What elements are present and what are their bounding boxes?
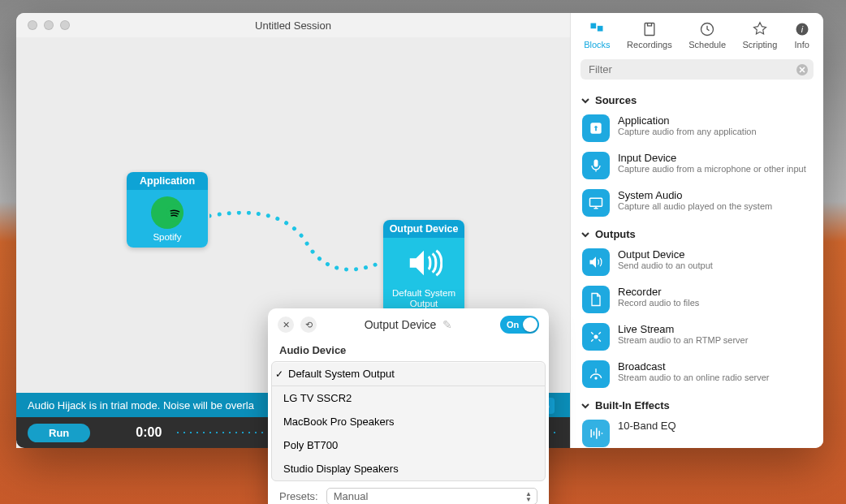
lib-item-desc: Send audio to an output [618, 261, 713, 271]
svg-rect-9 [594, 160, 598, 167]
presets-label: Presets: [279, 490, 318, 502]
block-application[interactable]: Application Spotify [127, 172, 208, 248]
lib-item-recorder[interactable]: Recorder Record audio to files [579, 281, 815, 318]
lib-item-desc: Stream audio to an RTMP server [618, 335, 748, 346]
spotify-icon [151, 196, 183, 229]
svg-rect-2 [598, 26, 603, 32]
tab-scripting[interactable]: Scripting [743, 21, 778, 50]
block-enable-toggle[interactable]: On [500, 316, 539, 334]
lib-item-desc: Stream audio to an online radio server [618, 373, 770, 383]
lib-item-live-stream[interactable]: Live Stream Stream audio to an RTMP serv… [579, 318, 815, 355]
connector-path [209, 211, 384, 276]
live-stream-icon [582, 323, 610, 351]
file-icon [582, 286, 610, 313]
speaker-icon [582, 248, 610, 276]
device-option-poly[interactable]: Poly BT700 [272, 433, 545, 457]
tab-label: Blocks [584, 40, 610, 50]
tab-info[interactable]: i Info [794, 21, 810, 50]
broadcast-icon [582, 360, 610, 388]
library-list[interactable]: Sources Application Capture audio from a… [571, 84, 823, 448]
audio-device-dropdown[interactable]: Default System Output LG TV SSCR2 MacBoo… [271, 361, 546, 481]
svg-point-11 [594, 335, 598, 339]
run-button[interactable]: Run [28, 424, 90, 442]
tab-label: Schedule [688, 40, 726, 50]
speaker-icon [405, 244, 442, 285]
window-title: Untitled Session [16, 19, 570, 32]
titlebar: Untitled Session [16, 13, 570, 37]
reset-popover-button[interactable]: ⟲ [300, 317, 317, 333]
lib-item-title: 10-Band EQ [618, 420, 676, 432]
eq-icon [582, 420, 610, 447]
lib-item-desc: Capture audio from a microphone or other… [618, 164, 806, 174]
lib-item-desc: Capture all audio played on the system [618, 201, 772, 212]
block-header: Output Device [383, 220, 464, 238]
edit-title-icon[interactable]: ✎ [442, 318, 452, 331]
device-option-studio[interactable]: Studio Display Speakers [272, 457, 545, 480]
tab-recordings[interactable]: Recordings [627, 21, 672, 50]
device-option-lg[interactable]: LG TV SSCR2 [272, 386, 545, 410]
presets-value: Manual [334, 490, 369, 502]
session-timer: 0:00 [136, 425, 162, 440]
lib-item-title: Output Device [618, 248, 713, 261]
toggle-label: On [507, 320, 519, 330]
lib-item-output-device[interactable]: Output Device Send audio to an output [579, 243, 815, 281]
lib-item-title: Recorder [618, 286, 699, 298]
svg-rect-1 [591, 24, 597, 29]
tab-blocks[interactable]: Blocks [584, 21, 610, 50]
section-label: Sources [595, 94, 637, 106]
svg-rect-3 [645, 24, 654, 36]
block-output-device[interactable]: Output Device Default System Output [383, 220, 464, 314]
lib-item-title: Input Device [618, 152, 806, 164]
lib-item-10band-eq[interactable]: 10-Band EQ [579, 415, 815, 448]
lib-item-desc: Record audio to files [618, 298, 699, 308]
lib-item-title: Broadcast [618, 360, 770, 373]
block-header: Application [127, 172, 208, 190]
lib-item-desc: Capture audio from any application [618, 127, 757, 137]
block-sublabel: Default System Output [392, 288, 455, 309]
library-panel: Blocks Recordings Schedule Scripting i I… [570, 13, 823, 448]
trial-banner-text: Audio Hijack is in trial mode. Noise wil… [28, 399, 254, 411]
display-icon [582, 189, 610, 217]
lib-item-title: System Audio [618, 189, 772, 201]
output-device-popover: ✕ ⟲ Output Device ✎ On Audio Device Defa… [268, 308, 549, 504]
stepper-icon: ▲▼ [525, 491, 532, 502]
tab-label: Scripting [743, 40, 778, 50]
svg-rect-10 [590, 198, 602, 206]
close-popover-button[interactable]: ✕ [278, 317, 294, 333]
tab-label: Info [795, 40, 809, 50]
section-sources[interactable]: Sources [579, 88, 815, 110]
presets-select[interactable]: Manual ▲▼ [326, 488, 537, 504]
lib-item-title: Application [618, 114, 757, 127]
application-icon [582, 114, 610, 142]
clear-filter-icon[interactable] [796, 63, 809, 76]
section-label: Built-In Effects [595, 399, 670, 411]
svg-point-12 [594, 377, 597, 379]
lib-item-application[interactable]: Application Capture audio from any appli… [579, 110, 815, 147]
lib-item-broadcast[interactable]: Broadcast Stream audio to an online radi… [579, 355, 815, 393]
section-label: Outputs [595, 228, 636, 240]
lib-item-title: Live Stream [618, 323, 748, 335]
device-option-mbp[interactable]: MacBook Pro Speakers [272, 410, 545, 433]
section-outputs[interactable]: Outputs [579, 222, 815, 243]
lib-item-system-audio[interactable]: System Audio Capture all audio played on… [579, 184, 815, 222]
library-tabs: Blocks Recordings Schedule Scripting i I… [571, 13, 823, 54]
block-sublabel: Spotify [153, 232, 181, 243]
filter-input[interactable] [581, 59, 814, 80]
audio-device-label: Audio Device [268, 341, 549, 361]
section-effects[interactable]: Built-In Effects [579, 393, 815, 415]
tab-schedule[interactable]: Schedule [688, 21, 726, 50]
lib-item-input-device[interactable]: Input Device Capture audio from a microp… [579, 147, 815, 184]
tab-label: Recordings [627, 40, 672, 50]
microphone-icon [582, 152, 610, 179]
device-option-default[interactable]: Default System Output [272, 362, 545, 386]
